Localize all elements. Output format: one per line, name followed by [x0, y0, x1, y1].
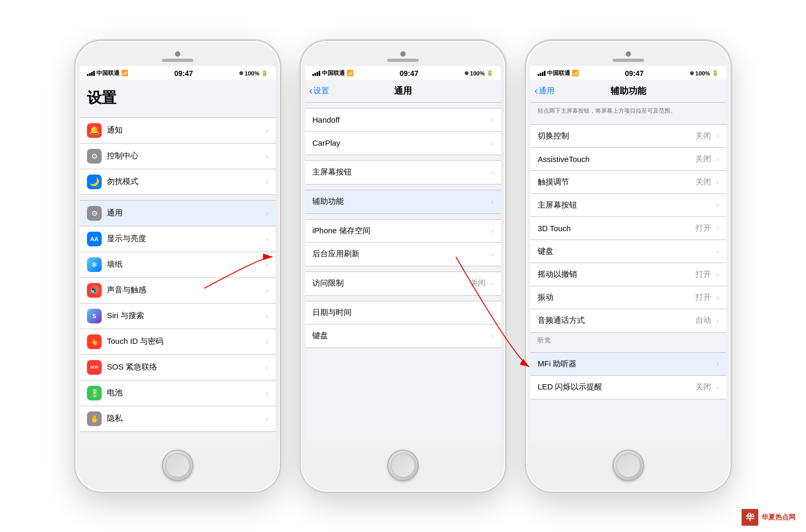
icon-touchid: 👆 [87, 334, 102, 349]
wifi-icon-1: 📶 [121, 70, 128, 77]
list-item-handoff[interactable]: Handoff › [305, 108, 501, 132]
label-touchid: Touch ID 与密码 [107, 336, 260, 346]
list-item-assistivetouch[interactable]: AssistiveTouch 关闭 › [530, 148, 726, 171]
battery-3: 100% [695, 70, 710, 77]
back-btn-3[interactable]: ‹ 通用 [535, 86, 554, 96]
value-switchcontrol: 关闭 [695, 131, 711, 141]
speaker-1 [162, 59, 193, 62]
back-btn-2[interactable]: ‹ 设置 [309, 86, 329, 96]
list-item-keyboard[interactable]: 键盘 › [305, 324, 501, 348]
bar4 [93, 71, 95, 76]
list-item-audiocall[interactable]: 音频通话方式 自动 › [530, 309, 726, 332]
status-left-1: 中国联通 📶 [87, 69, 128, 77]
home-button-1[interactable] [162, 450, 193, 481]
back-label-2: 设置 [313, 86, 329, 96]
watermark: 华 华夏热点网 [742, 509, 796, 526]
label-wallpaper: 墙纸 [107, 259, 260, 269]
label-notify: 通知 [107, 125, 260, 135]
label-switchcontrol: 切换控制 [538, 131, 690, 141]
label-battery: 电池 [107, 388, 260, 398]
chevron-restrictions: › [491, 279, 494, 288]
chevron-general: › [266, 209, 268, 218]
section-group-2-3: 辅助功能 › [305, 190, 501, 214]
bar4-2 [319, 71, 320, 76]
chevron-led: › [716, 383, 719, 392]
list-item-dnd[interactable]: 🌙 勿扰模式 › [80, 169, 276, 194]
chevron-keyboard: › [491, 332, 494, 340]
value-3dtouch: 打开 [695, 223, 711, 233]
section-group-2-2: 主屏幕按钮 › [305, 160, 501, 184]
list-item-vibration[interactable]: 振动 打开 › [530, 286, 726, 309]
list-item-keyboard3[interactable]: 键盘 › [530, 240, 726, 263]
watermark-logo: 华 [742, 509, 758, 526]
list-item-touchacc[interactable]: 触摸调节 关闭 › [530, 171, 726, 194]
bar1 [87, 74, 89, 76]
section-header-hearing: 听觉 [530, 333, 726, 347]
list-item-led[interactable]: LED 闪烁以示提醒 关闭 › [530, 376, 726, 399]
chevron-assistivetouch: › [716, 155, 719, 163]
home-button-3[interactable] [613, 450, 644, 481]
label-vibration: 振动 [538, 292, 690, 302]
label-accessibility: 辅助功能 [312, 197, 486, 207]
carrier-2: 中国联通 [322, 69, 345, 77]
icon-privacy: ✋ [87, 411, 102, 426]
label-restrictions: 访问限制 [312, 278, 465, 288]
list-item-bgrefresh[interactable]: 后台应用刷新 › [305, 243, 501, 266]
home-button-2[interactable] [387, 450, 419, 481]
settings-list-1[interactable]: 🔔 通知 › ⚙ 控制中心 › 🌙 勿扰模式 › [80, 112, 276, 441]
list-item-restrictions[interactable]: 访问限制 关闭 › [305, 272, 501, 295]
list-item-storage[interactable]: iPhone 储存空间 › [305, 220, 501, 243]
iphone-bottom-2 [301, 441, 505, 492]
chevron-storage: › [491, 226, 494, 235]
label-homebutton: 主屏幕按钮 [312, 167, 486, 177]
iphone-3: 中国联通 📶 09:47 ⊕ 100% 🔋 ‹ 通用 辅助功能 轻点两下 [526, 41, 731, 492]
list-item-siri[interactable]: S Siri 与搜索 › [80, 303, 276, 329]
watermark-text: 华夏热点网 [761, 513, 796, 522]
chevron-3dtouch: › [716, 224, 719, 232]
list-item-privacy[interactable]: ✋ 隐私 › [80, 406, 276, 431]
list-item-switchcontrol[interactable]: 切换控制 关闭 › [530, 125, 726, 148]
list-item-display[interactable]: AA 显示与亮度 › [80, 226, 276, 252]
nav-title-3: 辅助功能 [611, 85, 646, 97]
icon-battery: 🔋 [87, 386, 102, 400]
list-item-wallpaper[interactable]: ❄ 墙纸 › [80, 252, 276, 278]
battery-icon-1: 🔋 [261, 70, 268, 77]
bar1-2 [312, 74, 314, 76]
phones-container: 中国联通 📶 09:47 ⊕ 100% 🔋 设置 🔔 通知 [10, 41, 796, 492]
camera-2 [400, 51, 406, 57]
list-item-general[interactable]: ⚙ 通用 › [80, 201, 276, 226]
chevron-control: › [266, 152, 268, 160]
label-sound: 声音与触感 [107, 285, 260, 295]
time-2: 09:47 [400, 69, 419, 78]
value-touchacc: 关闭 [695, 177, 711, 187]
list-item-battery[interactable]: 🔋 电池 › [80, 381, 276, 406]
settings-list-2[interactable]: Handoff › CarPlay › 主屏幕按钮 › [305, 103, 501, 441]
list-item-3dtouch[interactable]: 3D Touch 打开 › [530, 217, 726, 240]
wifi-icon-3: 📶 [572, 70, 579, 77]
list-item-carplay[interactable]: CarPlay › [305, 132, 501, 155]
list-item-homebutton3[interactable]: 主屏幕按钮 › [530, 194, 726, 217]
list-item-sos[interactable]: SOS SOS 紧急联络 › [80, 355, 276, 381]
list-item-mfi[interactable]: MFi 助听器 › [530, 353, 726, 376]
list-item-sound[interactable]: 🔊 声音与触感 › [80, 278, 276, 303]
section-group-2-6: 日期与时间 › 键盘 › [305, 301, 501, 348]
label-touchacc: 触摸调节 [538, 177, 690, 187]
list-item-accessibility[interactable]: 辅助功能 › [305, 190, 501, 213]
settings-list-3[interactable]: 切换控制 关闭 › AssistiveTouch 关闭 › 触摸调节 关闭 › [530, 119, 726, 441]
bar3-2 [317, 72, 318, 76]
list-item-homebutton[interactable]: 主屏幕按钮 › [305, 161, 501, 184]
signal-bars-1 [87, 71, 95, 76]
list-item-touchid[interactable]: 👆 Touch ID 与密码 › [80, 329, 276, 355]
list-item-control[interactable]: ⚙ 控制中心 › [80, 144, 276, 169]
bar4-3 [544, 71, 546, 76]
speaker-3 [613, 59, 644, 62]
icon-wallpaper: ❄ [87, 257, 102, 272]
list-item-shakeundo[interactable]: 摇动以撤销 打开 › [530, 263, 726, 286]
label-homebutton3: 主屏幕按钮 [538, 200, 711, 210]
signal-bars-3 [538, 71, 546, 76]
chevron-battery: › [266, 389, 268, 397]
camera-1 [175, 51, 180, 57]
list-item-notify[interactable]: 🔔 通知 › [80, 118, 276, 144]
list-item-datetime[interactable]: 日期与时间 › [305, 301, 501, 324]
label-audiocall: 音频通话方式 [538, 316, 690, 325]
